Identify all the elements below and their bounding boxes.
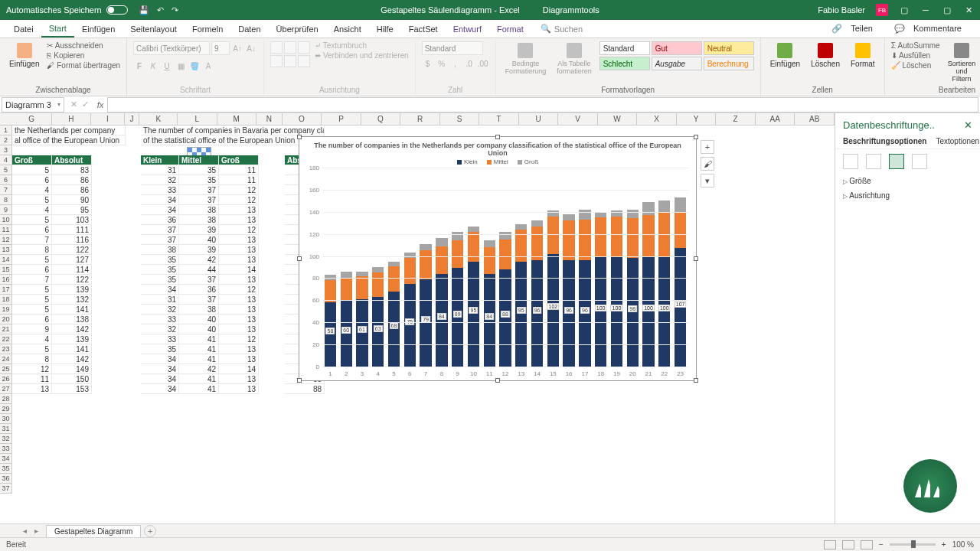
format-painter-button[interactable]: 🖌 Format übertragen [47,61,120,70]
worksheet[interactable]: GHIJKLMNOPQRSTUVWXYZAAAB 123456789101112… [0,113,835,523]
font-name-input[interactable] [133,41,210,55]
grow-font-icon[interactable]: A↑ [231,42,243,54]
tab-einfuegen[interactable]: Einfügen [74,21,122,37]
style-gut[interactable]: Gut [652,41,702,55]
search-label[interactable]: Suchen [554,24,583,34]
chart-filter-button[interactable]: ▾ [701,174,714,187]
inc-decimal-icon[interactable]: .0 [463,57,475,70]
style-standard[interactable]: Standard [599,41,650,55]
user-name[interactable]: Fabio Basler [818,5,865,15]
merge-button[interactable]: ⬌ Verbinden und zentrieren [315,51,409,60]
italic-button[interactable]: K [147,60,159,72]
plot-area[interactable]: 020406080100120140160180 581602613634685… [322,168,688,367]
format-cells-button[interactable]: Format [848,41,878,70]
percent-icon[interactable]: % [436,57,448,70]
tab-formeln[interactable]: Formeln [185,21,230,37]
add-sheet-button[interactable]: + [144,525,156,537]
comma-icon[interactable]: , [449,57,462,70]
pane-tab-label-options[interactable]: Beschriftungsoptionen [843,137,926,145]
chart-object[interactable]: + 🖌 ▾ The number of companies in the Net… [299,136,697,381]
underline-button[interactable]: U [161,60,173,72]
resize-handle[interactable] [694,256,698,261]
resize-handle[interactable] [495,135,500,139]
resize-handle[interactable] [694,135,698,139]
view-layout-icon[interactable] [842,540,854,549]
tab-ansicht[interactable]: Ansicht [326,21,369,37]
tab-daten[interactable]: Daten [230,21,268,37]
sheet-nav-first-icon[interactable]: ◂ [23,527,27,535]
legend-klein[interactable]: Klein [457,158,478,165]
pane-item-ausrichtung[interactable]: Ausrichtung [835,188,980,203]
sort-filter-button[interactable]: Sortieren und Filtern [945,41,979,84]
dec-decimal-icon[interactable]: .00 [477,57,489,70]
autosave-toggle[interactable]: Automatisches Speichern [6,5,128,15]
resize-handle[interactable] [495,378,500,383]
currency-icon[interactable]: $ [422,57,434,70]
clear-button[interactable]: 🧹 Löschen [891,61,940,70]
legend-gross[interactable]: Groß [518,158,538,165]
zoom-level[interactable]: 100 % [952,540,974,549]
ribbon-options-icon[interactable]: ▢ [899,5,910,15]
insert-cells-button[interactable]: Einfügen [767,41,803,70]
alignment-grid[interactable] [270,41,310,67]
redo-icon[interactable]: ↷ [172,5,178,15]
pane-close-icon[interactable]: ✕ [964,119,972,131]
close-icon[interactable]: ✕ [963,5,974,15]
number-format-select[interactable] [422,41,483,55]
pane-item-groesse[interactable]: Größe [835,174,980,188]
style-neutral[interactable]: Neutral [704,41,754,55]
tab-seitenlayout[interactable]: Seitenlayout [122,21,185,37]
cut-button[interactable]: ✂ Ausschneiden [47,41,120,50]
style-berechnung[interactable]: Berechnung [704,57,754,70]
fx-icon[interactable]: fx [93,100,107,109]
delete-cells-button[interactable]: Löschen [808,41,843,70]
shrink-font-icon[interactable]: A↓ [245,42,257,54]
pane-icon-bars[interactable] [912,154,927,169]
autosum-button[interactable]: Σ AutoSumme [891,41,940,50]
tab-datei[interactable]: Datei [6,21,41,37]
style-schlecht[interactable]: Schlecht [599,57,650,70]
border-button[interactable]: ▦ [175,60,187,72]
resize-handle[interactable] [297,135,302,139]
resize-handle[interactable] [297,256,302,261]
cancel-formula-icon[interactable]: ✕ [70,99,77,109]
resize-handle[interactable] [297,378,302,383]
maximize-icon[interactable]: ▢ [942,5,952,15]
tab-entwurf[interactable]: Entwurf [446,21,489,37]
comments-button[interactable]: 💬 Kommentare [888,21,974,36]
style-ausgabe[interactable]: Ausgabe [652,57,702,70]
format-as-table-button[interactable]: Als Tabelle formatieren [554,41,595,77]
zoom-out-icon[interactable]: − [879,540,884,549]
name-box[interactable]: Diagramm 3▾ [2,97,64,112]
tab-factset[interactable]: FactSet [401,21,446,37]
zoom-in-icon[interactable]: + [942,540,946,549]
fill-button[interactable]: ⬇ Ausfüllen [891,51,940,60]
view-normal-icon[interactable] [824,540,836,549]
pane-icon-fill[interactable] [843,154,858,169]
undo-icon[interactable]: ↶ [157,5,164,15]
user-avatar[interactable]: FB [876,4,888,16]
y-axis[interactable]: 020406080100120140160180 [302,168,321,367]
wrap-text-button[interactable]: ⤶ Textumbruch [315,41,409,50]
fill-color-button[interactable]: 🪣 [188,60,201,72]
toggle-switch-icon[interactable] [106,5,128,15]
chart-elements-button[interactable]: + [701,140,714,154]
legend-mittel[interactable]: Mittel [487,158,508,165]
resize-handle[interactable] [694,378,698,383]
bold-button[interactable]: F [133,60,145,72]
font-size-input[interactable] [211,41,230,55]
view-pagebreak-icon[interactable] [861,540,873,549]
copy-button[interactable]: ⎘ Kopieren [47,51,120,60]
search-icon[interactable]: 🔍 [541,24,551,34]
minimize-icon[interactable]: ─ [920,5,931,15]
tab-format[interactable]: Format [489,21,531,37]
tab-ueberpruefen[interactable]: Überprüfen [269,21,326,37]
formula-input[interactable] [107,97,978,112]
sheet-tab-active[interactable]: Gestapeltes Diagramm [46,525,141,537]
font-color-button[interactable]: A [202,60,214,72]
chart-styles-button[interactable]: 🖌 [701,157,714,171]
share-button[interactable]: 🔗 Teilen [825,21,885,36]
tab-hilfe[interactable]: Hilfe [369,21,401,37]
enter-formula-icon[interactable]: ✓ [82,99,89,109]
chart-bars[interactable]: 5816026136346857567978488999510841188129… [322,168,688,367]
